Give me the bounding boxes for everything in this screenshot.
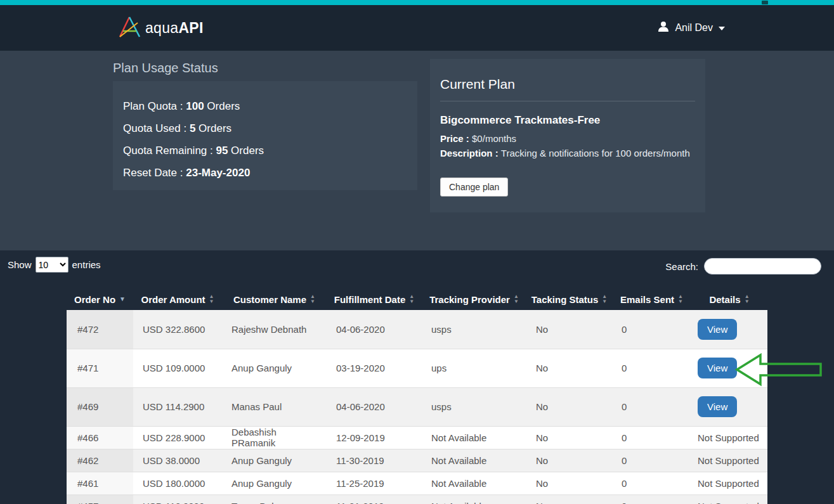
divider (440, 101, 695, 101)
cell-order-amount: USD 114.2900 (133, 387, 222, 426)
plan-price-value: $0/months (472, 133, 516, 144)
column-header-tracking-provider[interactable]: Tracking Provider▲▼ (422, 288, 526, 310)
column-label: Details (709, 294, 740, 305)
not-supported-label: Not Supported (698, 478, 759, 489)
cell-details: View (691, 310, 767, 349)
view-button[interactable]: View (698, 396, 737, 417)
cell-fulfillment-date: 03-19-2020 (327, 349, 422, 387)
column-header-tacking-status[interactable]: Tacking Status▲▼ (526, 288, 612, 310)
stat-plan-quota: Plan Quota : 100 Orders (123, 95, 407, 117)
column-header-order-amount[interactable]: Order Amount▲▼ (133, 288, 222, 310)
cell-details: View (691, 387, 767, 426)
cell-order-no: #469 (67, 387, 133, 426)
cell-tracking-provider: Not Available (422, 426, 526, 449)
cell-tacking-status: No (526, 349, 612, 387)
column-header-fulfillment-date[interactable]: Fulfillment Date▲▼ (327, 288, 422, 310)
stat-value: 95 (216, 145, 228, 157)
plan-price-label: Price : (440, 133, 472, 144)
cell-details: Not Supported (691, 449, 767, 472)
logo-text-bold: API (178, 20, 203, 36)
cell-emails-sent: 0 (612, 426, 691, 449)
cell-order-amount: USD 109.0000 (133, 349, 222, 387)
column-label: Tacking Status (531, 294, 599, 305)
cell-tacking-status: No (526, 387, 612, 426)
cell-tracking-provider: ups (422, 349, 526, 387)
cell-customer-name: Anup Ganguly (222, 472, 327, 494)
cell-tacking-status: No (526, 426, 612, 449)
cell-order-no: #466 (67, 426, 133, 449)
sort-desc-icon: ▼ (119, 296, 126, 302)
view-button[interactable]: View (698, 358, 737, 378)
sort-both-icon: ▲▼ (602, 294, 607, 304)
cell-order-no: #471 (67, 349, 133, 387)
show-entries-control: Show 10 entries (8, 257, 101, 273)
table-row: #472 USD 322.8600 Rajeshw Debnath 04-06-… (67, 310, 767, 349)
cell-tracking-provider: Not Available (422, 472, 526, 494)
not-supported-label: Not Supported (698, 455, 759, 466)
column-header-customer-name[interactable]: Customer Name▲▼ (222, 288, 327, 310)
column-label: Customer Name (233, 294, 306, 305)
sort-both-icon: ▲▼ (745, 294, 750, 304)
search-control: Search: (665, 258, 821, 275)
page-size-select[interactable]: 10 (36, 257, 68, 273)
cell-tacking-status: No (526, 310, 612, 349)
user-name: Anil Dev (675, 22, 713, 34)
green-arrow-left-icon (735, 353, 824, 387)
cell-customer-name: Tanay Deb (222, 494, 327, 504)
stat-reset-date: Reset Date : 23-May-2020 (123, 162, 407, 184)
plan-description-value: Tracking & notifications for 100 orders/… (501, 148, 690, 158)
cell-details: Not Supported (691, 472, 767, 494)
stat-value: 23-May-2020 (186, 167, 250, 179)
table-header-row: Order No▼ Order Amount▲▼ Customer Name▲▼… (67, 288, 767, 310)
cell-order-no: #461 (67, 472, 133, 494)
cell-tracking-provider: Not Available (422, 449, 526, 472)
table-row: #457 USD 112.9000 Tanay Deb 11-21-2019 N… (67, 494, 767, 504)
cell-details: Not Supported (691, 426, 767, 449)
sort-both-icon: ▲▼ (209, 294, 214, 304)
view-button[interactable]: View (698, 319, 737, 340)
change-plan-button[interactable]: Change plan (440, 178, 508, 197)
cell-tracking-provider: usps (422, 310, 526, 349)
navbar: aquaAPI Anil Dev (0, 5, 834, 51)
cell-order-amount: USD 322.8600 (133, 310, 222, 349)
search-input[interactable] (704, 258, 821, 275)
not-supported-label: Not Supported (698, 432, 759, 443)
column-label: Order No (74, 294, 115, 305)
entries-label: entries (72, 259, 101, 270)
cell-emails-sent: 0 (612, 494, 691, 504)
stat-label: Quota Used : (123, 122, 190, 134)
cell-customer-name: Rajeshw Debnath (222, 310, 327, 349)
aqua-logo-icon (116, 14, 143, 42)
table-row: #469 USD 114.2900 Manas Paul 04-06-2020 … (67, 387, 767, 426)
plan-usage-panel: Plan Quota : 100 Orders Quota Used : 5 O… (113, 81, 417, 190)
stat-value: 5 (190, 122, 195, 134)
logo-text: aquaAPI (145, 20, 204, 37)
user-menu[interactable]: Anil Dev (658, 5, 725, 51)
stat-quota-used: Quota Used : 5 Orders (123, 117, 407, 139)
cell-order-amount: USD 38.0000 (133, 449, 222, 472)
cell-order-amount: USD 112.9000 (133, 494, 222, 504)
stat-label: Quota Remaining : (123, 145, 216, 157)
sort-both-icon: ▲▼ (409, 294, 414, 304)
not-supported-label: Not Supported (698, 501, 759, 504)
show-label: Show (8, 259, 32, 270)
search-label: Search: (665, 261, 698, 272)
cell-details: Not Supported (691, 494, 767, 504)
plan-description: Description : Tracking & notifications f… (440, 148, 695, 158)
column-header-details[interactable]: Details▲▼ (691, 288, 767, 310)
orders-section: Show 10 entries Search: Order No▼ Order … (0, 250, 834, 504)
cell-order-amount: USD 180.0000 (133, 472, 222, 494)
sort-both-icon: ▲▼ (310, 294, 315, 304)
table-row: #461 USD 180.0000 Anup Ganguly 11-25-201… (67, 472, 767, 494)
column-header-order-no[interactable]: Order No▼ (67, 288, 133, 310)
cell-customer-name: Debashish PRamanik (222, 426, 327, 449)
cell-tacking-status: No (526, 472, 612, 494)
sort-both-icon: ▲▼ (678, 294, 683, 304)
column-header-emails-sent[interactable]: Emails Sent▲▼ (612, 288, 691, 310)
logo[interactable]: aquaAPI (116, 5, 204, 51)
current-plan-panel: Current Plan Bigcommerce Trackmates-Free… (430, 59, 705, 212)
stat-value: 100 (186, 100, 204, 112)
cell-emails-sent: 0 (612, 310, 691, 349)
cell-tacking-status: No (526, 449, 612, 472)
caret-down-icon (719, 27, 725, 30)
